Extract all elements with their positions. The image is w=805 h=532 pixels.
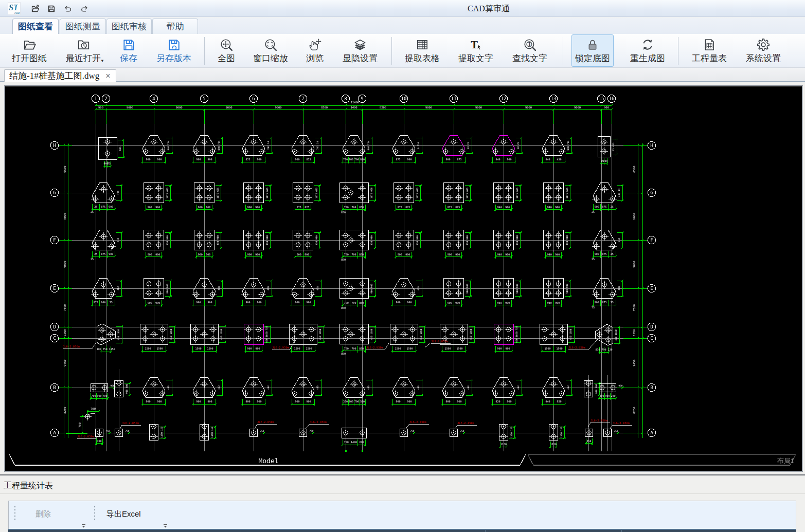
svg-text:900: 900: [101, 301, 105, 304]
svg-text:450 900: 450 900: [217, 235, 219, 245]
redo-icon[interactable]: [81, 5, 89, 13]
svg-text:700: 700: [344, 301, 349, 304]
close-icon[interactable]: ×: [105, 70, 110, 82]
svg-text:240: 240: [359, 441, 364, 444]
svg-text:900: 900: [109, 252, 113, 255]
ribbon-tab-1[interactable]: 图纸查看: [12, 19, 59, 34]
tool-table-grid[interactable]: 提取表格: [401, 35, 443, 67]
svg-text:840 714: 840 714: [218, 140, 220, 150]
floppy-blue-icon: [122, 38, 135, 51]
svg-text:875: 875: [396, 158, 400, 161]
svg-text:8300: 8300: [321, 106, 328, 109]
svg-text:8250: 8250: [63, 407, 66, 413]
drag-handle-icon[interactable]: [14, 506, 16, 521]
svg-text:940: 940: [547, 253, 552, 256]
svg-text:9: 9: [361, 96, 363, 101]
tool-floppy-blue[interactable]: 保存: [115, 35, 142, 67]
save-icon[interactable]: [47, 5, 56, 13]
tool-lock[interactable]: 锁定底图: [571, 34, 614, 67]
svg-text:25: 25: [592, 258, 595, 261]
svg-text:700: 700: [354, 158, 359, 161]
tool-doc-table[interactable]: 工程量表: [688, 35, 730, 67]
svg-text:9000: 9000: [275, 106, 281, 109]
svg-text:700: 700: [351, 206, 356, 209]
svg-text:450 1050: 450 1050: [319, 328, 321, 340]
svg-text:900: 900: [507, 400, 511, 403]
ribbon-tab-3[interactable]: 图纸审核: [106, 19, 152, 34]
document-tab[interactable]: 结施-1#桩基施工图.dwg×: [4, 69, 116, 82]
svg-text:450 1050 750: 450 1050 750: [265, 326, 268, 343]
tool-find-text[interactable]: 查找文字: [509, 35, 551, 67]
svg-text:418: 418: [618, 286, 620, 290]
svg-text:100 750 1150: 100 750 1150: [97, 347, 115, 351]
tool-folder-recent[interactable]: 最近打开▼: [62, 35, 104, 67]
svg-text:JL6-2.450m: JL6-2.450m: [457, 421, 475, 425]
svg-text:450 900: 450 900: [416, 235, 419, 245]
chevron-down-icon[interactable]: ▼: [100, 59, 104, 63]
drag-handle-icon[interactable]: [94, 506, 96, 521]
svg-text:900: 900: [306, 400, 311, 403]
svg-text:JL6-2.950m: JL6-2.950m: [366, 346, 384, 349]
tool-layers[interactable]: 显隐设置: [339, 35, 381, 67]
svg-text:900: 900: [206, 253, 210, 256]
svg-text:900: 900: [605, 394, 610, 397]
tool-floppy-saveas[interactable]: 另存版本: [153, 35, 195, 67]
svg-text:875: 875: [297, 206, 301, 209]
svg-text:7500: 7500: [633, 304, 636, 311]
svg-text:750: 750: [309, 430, 313, 432]
svg-text:450 900: 450 900: [266, 235, 269, 245]
svg-text:900: 900: [148, 206, 152, 209]
svg-text:900: 900: [155, 253, 160, 256]
ribbon-tab-4[interactable]: 帮助: [152, 19, 198, 34]
tool-gear[interactable]: 系统设置: [742, 35, 784, 67]
svg-text:1175 625: 1175 625: [266, 187, 269, 198]
delete-dropdown-icon[interactable]: [81, 521, 86, 525]
svg-text:700: 700: [78, 423, 81, 428]
tool-zoom-all[interactable]: 全图: [212, 35, 240, 67]
svg-text:JL6-2.050m: JL6-2.050m: [77, 435, 95, 438]
svg-text:82 25: 82 25: [517, 142, 520, 149]
svg-text:1400: 1400: [351, 441, 357, 444]
tool-zoom-window[interactable]: 窗口缩放: [249, 35, 292, 67]
svg-text:900: 900: [555, 301, 560, 304]
svg-text:13: 13: [551, 96, 557, 101]
svg-text:840 714: 840 714: [567, 140, 569, 150]
tool-folder-open[interactable]: 打开图纸: [8, 35, 50, 67]
svg-text:875: 875: [602, 301, 606, 304]
svg-text:9000: 9000: [574, 106, 581, 109]
tool-text-extract[interactable]: 提取文字: [455, 35, 497, 67]
svg-text:1150 150: 1150 150: [560, 427, 563, 438]
svg-text:900: 900: [457, 400, 461, 403]
svg-text:900: 900: [257, 301, 261, 304]
svg-text:1500: 1500: [395, 347, 401, 350]
cad-canvas[interactable]: 9009000900090009000830014008200900090009…: [4, 85, 803, 472]
folder-recent-icon: [77, 38, 90, 51]
svg-text:B: B: [53, 384, 56, 390]
floppy-saveas-icon: [167, 38, 181, 51]
open-drawing-icon[interactable]: [31, 5, 39, 13]
document-tab-row: 结施-1#桩基施工图.dwg×: [0, 68, 805, 82]
svg-text:700: 700: [349, 158, 353, 161]
svg-text:8200: 8200: [380, 106, 386, 109]
zoom-window-icon: [264, 38, 277, 51]
delete-button[interactable]: 删除: [35, 509, 51, 519]
svg-text:1500: 1500: [145, 347, 151, 350]
ribbon-tab-2[interactable]: 图纸测量: [60, 19, 106, 34]
svg-text:900: 900: [405, 253, 410, 256]
svg-text:450: 450: [557, 158, 561, 161]
svg-text:900: 900: [407, 400, 412, 403]
svg-text:750: 750: [105, 430, 110, 432]
svg-text:940: 940: [495, 158, 500, 161]
svg-text:700: 700: [351, 347, 356, 350]
svg-text:875: 875: [101, 252, 105, 255]
svg-text:900 900: 900 900: [166, 284, 169, 293]
svg-text:900: 900: [207, 301, 212, 304]
export-excel-button[interactable]: 导出Excel: [106, 509, 141, 519]
export-dropdown-icon[interactable]: [163, 521, 168, 525]
tool-pan-hand[interactable]: 浏览: [301, 35, 329, 67]
panel-rule: [0, 493, 805, 494]
svg-text:9000: 9000: [63, 213, 66, 219]
svg-text:1150 150: 1150 150: [510, 427, 513, 438]
undo-icon[interactable]: [64, 5, 72, 13]
tool-regen[interactable]: 重生成图: [627, 35, 669, 67]
